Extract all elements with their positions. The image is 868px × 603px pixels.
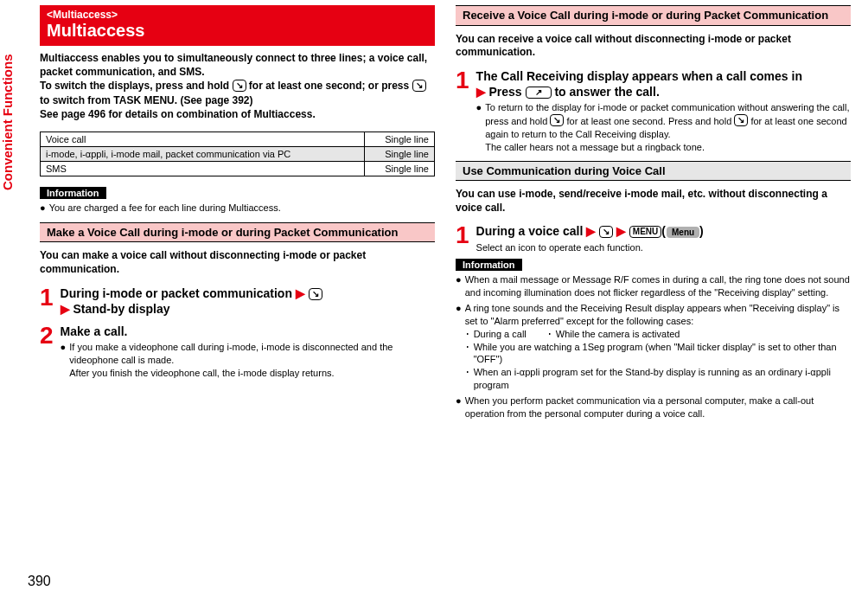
information-subcase: ･While the camera is activated <box>547 328 680 341</box>
information-subcase: ･While you are watching a 1Seg program (… <box>465 341 851 367</box>
page: Convenient Functions 390 <Multiaccess> M… <box>0 0 868 603</box>
key-menu-icon: MENU <box>629 226 661 238</box>
sub-heading: Use Communication during Voice Call <box>456 161 851 182</box>
header-title: Multiaccess <box>47 21 428 41</box>
step-sub: ● To return to the display for i-mode or… <box>476 101 851 153</box>
section-header: <Multiaccess> Multiaccess <box>40 5 435 46</box>
bullet-icon: ● <box>456 302 462 392</box>
step-main: Make a call. <box>61 324 435 339</box>
bullet-icon: ● <box>456 395 462 420</box>
information-block: Information ● You are charged a fee for … <box>40 187 435 217</box>
sub-intro: You can receive a voice call without dis… <box>456 33 851 60</box>
header-tag: <Multiaccess> <box>47 9 428 21</box>
step: 1 During a voice call ▶ ↘ ▶ MENU(Menu) S… <box>456 223 851 253</box>
step-number: 1 <box>40 285 54 317</box>
step-main: During a voice call ▶ ↘ ▶ MENU(Menu) <box>476 223 851 239</box>
sub-intro: You can make a voice call without discon… <box>40 249 435 276</box>
dot-icon: ･ <box>465 341 470 367</box>
table-row: SMS Single line <box>41 161 435 176</box>
dot-icon: ･ <box>547 328 552 341</box>
sub-intro: You can use i-mode, send/receive i-mode … <box>456 188 851 215</box>
lead-line-1: Multiaccess enables you to simultaneousl… <box>40 51 435 79</box>
step: 2 Make a call. ● If you make a videophon… <box>40 324 435 382</box>
information-block: Information ● When a mail message or Mes… <box>456 259 851 422</box>
arrow-icon: ▶ <box>613 224 629 238</box>
table-cell-value: Single line <box>365 161 435 176</box>
step-number: 1 <box>456 68 469 156</box>
step-body: Make a call. ● If you make a videophone … <box>61 324 435 382</box>
table-row: Voice call Single line <box>41 132 435 146</box>
step-sub-item: ● To return to the display for i-mode or… <box>476 101 851 153</box>
page-number: 390 <box>28 574 51 589</box>
step-sub: Select an icon to operate each function. <box>476 241 851 254</box>
right-column: Receive a Voice Call during i-mode or du… <box>456 5 851 598</box>
sub-heading: Make a Voice Call during i-mode or durin… <box>40 222 435 243</box>
information-item: ● A ring tone sounds and the Receiving R… <box>456 302 851 392</box>
step-main: The Call Receiving display appears when … <box>476 68 851 99</box>
section-label: Convenient Functions <box>0 55 15 191</box>
lead-text: Multiaccess enables you to simultaneousl… <box>40 51 435 121</box>
columns: <Multiaccess> Multiaccess Multiaccess en… <box>24 0 868 603</box>
bullet-icon: ● <box>40 202 46 215</box>
step-sub: ● If you make a videophone call during i… <box>61 341 435 380</box>
information-chip: Information <box>456 259 522 271</box>
left-column: <Multiaccess> Multiaccess Multiaccess en… <box>40 5 435 598</box>
softkey-menu-icon: Menu <box>667 227 699 238</box>
key-multitask-icon: ↘ <box>599 226 613 238</box>
arrow-icon: ▶ <box>476 85 489 99</box>
information-item: ● When a mail message or Message R/F com… <box>456 273 851 299</box>
table-cell-value: Single line <box>365 146 435 161</box>
step-sub-item: ● If you make a videophone call during i… <box>61 341 435 380</box>
key-multitask-icon: ↘ <box>309 288 322 300</box>
arrow-icon: ▶ <box>292 286 309 300</box>
table-cell-label: i-mode, i-αppli, i-mode mail, packet com… <box>41 146 365 161</box>
arrow-icon: ▶ <box>61 302 73 316</box>
dot-icon: ･ <box>465 366 470 392</box>
step-body: During a voice call ▶ ↘ ▶ MENU(Menu) Sel… <box>476 223 851 253</box>
step-body: During i-mode or packet communication ▶ … <box>61 285 435 317</box>
lead-line-3: See page 496 for details on combination … <box>40 107 435 121</box>
step-main: During i-mode or packet communication ▶ … <box>61 285 435 317</box>
information-list: ● When a mail message or Message R/F com… <box>456 273 851 420</box>
step-number: 2 <box>40 324 54 382</box>
key-multitask-icon: ↘ <box>412 80 426 92</box>
information-list: ● You are charged a fee for each line du… <box>40 202 435 215</box>
information-subcase: ･During a call <box>465 328 527 341</box>
step: 1 The Call Receiving display appears whe… <box>456 68 851 156</box>
bullet-icon: ● <box>61 341 67 380</box>
information-chip: Information <box>40 187 106 199</box>
lines-table: Voice call Single line i-mode, i-αppli, … <box>40 132 435 176</box>
dot-icon: ･ <box>465 328 470 341</box>
table-cell-label: Voice call <box>41 132 365 146</box>
key-multitask-icon: ↘ <box>734 114 748 126</box>
table-cell-value: Single line <box>365 132 435 146</box>
lead-line-2: To switch the displays, press and hold ↘… <box>40 79 435 106</box>
arrow-icon: ▶ <box>583 224 599 238</box>
key-multitask-icon: ↘ <box>233 80 246 92</box>
step-number: 1 <box>456 223 469 253</box>
key-call-icon: ↗ <box>526 87 552 99</box>
side-margin: Convenient Functions <box>0 0 24 603</box>
information-item: ● When you perform packet communication … <box>456 395 851 420</box>
information-item: ● You are charged a fee for each line du… <box>40 202 435 215</box>
step: 1 During i-mode or packet communication … <box>40 285 435 317</box>
sub-heading: Receive a Voice Call during i-mode or du… <box>456 5 851 26</box>
bullet-icon: ● <box>456 273 462 299</box>
table-row: i-mode, i-αppli, i-mode mail, packet com… <box>41 146 435 161</box>
table-cell-label: SMS <box>41 161 365 176</box>
step-body: The Call Receiving display appears when … <box>476 68 851 156</box>
key-multitask-icon: ↘ <box>550 114 564 126</box>
bullet-icon: ● <box>476 101 482 153</box>
information-subcase: ･When an i-αppli program set for the Sta… <box>465 366 851 392</box>
